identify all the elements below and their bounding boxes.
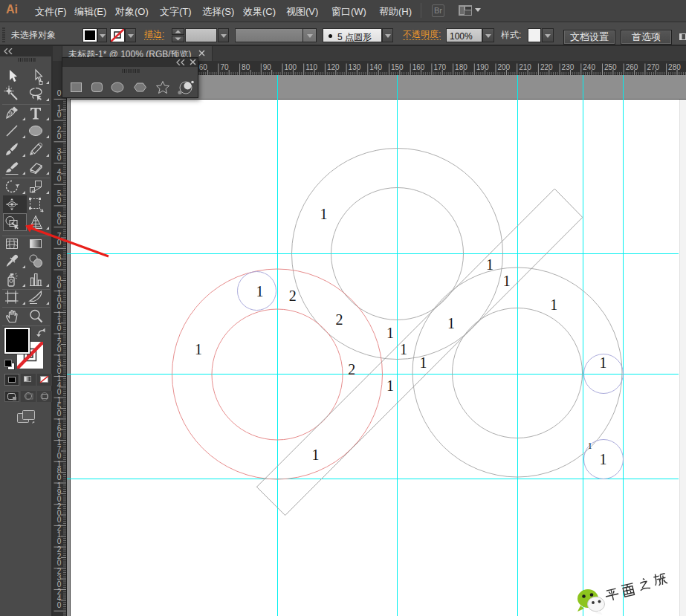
svg-text:2: 2 bbox=[348, 361, 355, 377]
svg-text:1: 1 bbox=[420, 354, 427, 371]
svg-text:200: 200 bbox=[498, 63, 511, 71]
svg-text:1: 1 bbox=[320, 206, 327, 222]
svg-text:70: 70 bbox=[220, 63, 229, 71]
svg-text:1: 1 bbox=[386, 377, 394, 394]
svg-text:90: 90 bbox=[263, 63, 272, 71]
svg-text:0: 0 bbox=[57, 324, 62, 332]
svg-text:0: 0 bbox=[57, 111, 62, 119]
svg-text:1: 1 bbox=[550, 296, 557, 313]
svg-text:160: 160 bbox=[412, 63, 425, 71]
svg-text:100: 100 bbox=[285, 63, 297, 71]
svg-text:1: 1 bbox=[447, 315, 455, 331]
svg-text:0: 0 bbox=[57, 537, 62, 545]
svg-text:280: 280 bbox=[668, 63, 681, 71]
svg-text:240: 240 bbox=[583, 63, 595, 71]
svg-text:1: 1 bbox=[588, 441, 592, 451]
svg-text:0: 0 bbox=[57, 367, 62, 375]
svg-text:140: 140 bbox=[369, 63, 382, 71]
svg-text:230: 230 bbox=[562, 63, 575, 71]
svg-text:0: 0 bbox=[57, 516, 62, 524]
svg-text:0: 0 bbox=[57, 346, 62, 354]
svg-text:0: 0 bbox=[57, 452, 62, 460]
svg-text:0: 0 bbox=[57, 495, 62, 503]
svg-text:170: 170 bbox=[433, 63, 446, 71]
svg-text:1: 1 bbox=[486, 256, 494, 273]
svg-text:0: 0 bbox=[57, 154, 62, 162]
svg-text:0: 0 bbox=[57, 302, 62, 311]
svg-text:110: 110 bbox=[305, 63, 317, 71]
svg-text:1: 1 bbox=[256, 283, 264, 299]
svg-text:210: 210 bbox=[519, 63, 531, 71]
svg-text:1: 1 bbox=[312, 447, 320, 463]
svg-text:2: 2 bbox=[335, 311, 343, 328]
svg-text:1: 1 bbox=[600, 451, 607, 467]
svg-text:0: 0 bbox=[57, 175, 62, 183]
svg-text:0: 0 bbox=[57, 473, 62, 482]
svg-text:180: 180 bbox=[455, 63, 467, 71]
svg-text:220: 220 bbox=[540, 63, 553, 71]
svg-text:0: 0 bbox=[57, 601, 62, 609]
svg-text:130: 130 bbox=[349, 63, 361, 71]
svg-text:0: 0 bbox=[57, 431, 62, 439]
svg-text:0: 0 bbox=[57, 580, 62, 589]
svg-text:1: 1 bbox=[503, 273, 511, 289]
svg-text:0: 0 bbox=[57, 388, 62, 396]
svg-text:190: 190 bbox=[476, 63, 489, 71]
svg-text:80: 80 bbox=[242, 63, 250, 71]
svg-text:0: 0 bbox=[57, 559, 62, 567]
svg-text:60: 60 bbox=[199, 63, 208, 71]
svg-text:270: 270 bbox=[647, 63, 659, 71]
svg-text:0: 0 bbox=[57, 89, 62, 97]
svg-text:2: 2 bbox=[289, 288, 297, 304]
svg-text:1: 1 bbox=[195, 341, 202, 357]
svg-text:1: 1 bbox=[386, 325, 394, 341]
svg-text:150: 150 bbox=[391, 63, 404, 71]
svg-text:1: 1 bbox=[600, 354, 607, 371]
svg-text:0: 0 bbox=[57, 196, 62, 204]
svg-text:260: 260 bbox=[626, 63, 638, 71]
svg-text:250: 250 bbox=[604, 63, 617, 71]
svg-text:120: 120 bbox=[327, 63, 340, 71]
svg-text:0: 0 bbox=[57, 409, 62, 418]
svg-text:0: 0 bbox=[57, 282, 62, 290]
svg-text:1: 1 bbox=[400, 341, 407, 357]
svg-text:0: 0 bbox=[57, 132, 62, 140]
